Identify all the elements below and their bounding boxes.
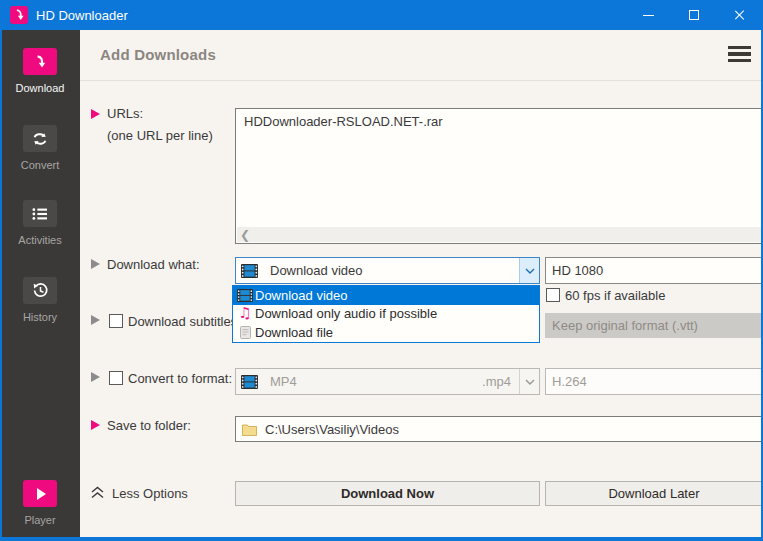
less-options-chevrons-icon xyxy=(90,486,105,502)
fps-label: 60 fps if available xyxy=(565,288,665,303)
sidebar-item-convert[interactable]: Convert xyxy=(0,125,80,171)
menu-hamburger-icon[interactable] xyxy=(728,46,751,62)
urls-horizontal-scrollbar[interactable]: ❮ xyxy=(237,227,761,242)
save-folder-bullet-icon xyxy=(91,420,100,430)
app-logo-icon xyxy=(10,6,28,24)
sidebar-item-label: Download xyxy=(0,82,80,94)
film-icon xyxy=(235,289,255,302)
download-what-dropdown-button[interactable] xyxy=(519,258,539,283)
subtitles-format-value: Keep original format (.vtt) xyxy=(552,318,698,333)
subtitles-bullet-icon xyxy=(91,315,100,325)
sidebar-item-label: Convert xyxy=(0,159,80,171)
fps-checkbox[interactable] xyxy=(546,288,560,302)
convert-format-dropdown-button xyxy=(519,369,539,394)
convert-format-combobox: MP4 .mp4 xyxy=(235,368,540,395)
download-what-label: Download what: xyxy=(107,257,200,272)
app-window: HD Downloader Download Convert Activitie… xyxy=(0,0,763,541)
download-what-combobox[interactable]: Download video xyxy=(235,257,540,284)
subtitles-format-field: Keep original format (.vtt) xyxy=(545,313,763,338)
convert-label: Convert to format: xyxy=(128,371,232,386)
activities-list-icon xyxy=(23,200,57,227)
download-now-label: Download Now xyxy=(341,486,434,501)
codec-value: H.264 xyxy=(552,374,587,389)
download-what-dropdown-list: Download video ♫ Download only audio if … xyxy=(232,285,540,343)
dropdown-option-audio[interactable]: ♫ Download only audio if possible xyxy=(233,305,539,324)
sidebar-item-label: Activities xyxy=(0,234,80,246)
file-icon xyxy=(235,326,255,339)
less-options-label[interactable]: Less Options xyxy=(112,486,188,501)
codec-field: H.264 xyxy=(545,368,763,395)
sidebar-item-history[interactable]: History xyxy=(0,277,80,323)
header-divider xyxy=(80,80,763,81)
sidebar-item-player[interactable]: Player xyxy=(0,480,80,526)
subtitles-label: Download subtitles: xyxy=(128,314,241,329)
save-folder-path: C:\Users\Vasiliy\Videos xyxy=(265,422,399,437)
film-icon xyxy=(241,264,258,278)
quality-field[interactable]: HD 1080 xyxy=(545,257,763,284)
urls-value: HDDownloader-RSLOAD.NET-.rar xyxy=(236,109,762,134)
download-what-selected: Download video xyxy=(264,263,519,278)
maximize-button[interactable] xyxy=(671,0,717,30)
minimize-icon xyxy=(643,15,654,16)
dropdown-option-file[interactable]: Download file xyxy=(233,323,539,342)
dropdown-option-video[interactable]: Download video xyxy=(233,286,539,305)
convert-checkbox[interactable] xyxy=(109,371,123,385)
window-title: HD Downloader xyxy=(36,8,128,23)
page-title: Add Downloads xyxy=(100,46,216,63)
urls-textarea[interactable]: HDDownloader-RSLOAD.NET-.rar ❮ xyxy=(235,108,763,244)
urls-label: URLs: xyxy=(107,106,143,121)
urls-sublabel: (one URL per line) xyxy=(107,128,213,143)
download-what-bullet-icon xyxy=(91,259,100,269)
player-play-icon xyxy=(23,480,57,507)
dropdown-option-label: Download file xyxy=(255,325,333,340)
quality-value: HD 1080 xyxy=(552,263,603,278)
film-icon xyxy=(241,375,258,389)
history-clock-icon xyxy=(23,277,57,304)
music-note-icon: ♫ xyxy=(235,306,255,321)
title-bar: HD Downloader xyxy=(0,0,763,30)
convert-icon xyxy=(23,125,57,152)
subtitles-checkbox[interactable] xyxy=(109,314,123,328)
dropdown-option-label: Download only audio if possible xyxy=(255,306,437,321)
close-button[interactable] xyxy=(717,0,763,30)
convert-bullet-icon xyxy=(91,372,100,382)
folder-icon xyxy=(242,423,257,436)
convert-format-ext: .mp4 xyxy=(482,374,519,389)
window-border-bottom xyxy=(0,537,763,541)
sidebar-item-label: Player xyxy=(0,514,80,526)
save-folder-field[interactable]: C:\Users\Vasiliy\Videos xyxy=(235,416,763,442)
minimize-button[interactable] xyxy=(625,0,671,30)
maximize-icon xyxy=(689,10,699,20)
download-now-button[interactable]: Download Now xyxy=(235,481,540,506)
dropdown-option-label: Download video xyxy=(255,288,348,303)
urls-bullet-icon xyxy=(91,109,100,119)
download-icon xyxy=(23,48,57,75)
close-icon xyxy=(734,9,746,21)
sidebar-item-activities[interactable]: Activities xyxy=(0,200,80,246)
sidebar: Download Convert Activities History Play… xyxy=(0,30,80,537)
download-later-button[interactable]: Download Later xyxy=(545,481,763,506)
scroll-left-icon[interactable]: ❮ xyxy=(237,228,253,242)
sidebar-item-download[interactable]: Download xyxy=(0,48,80,94)
download-later-label: Download Later xyxy=(608,486,699,501)
save-folder-label: Save to folder: xyxy=(107,418,191,433)
convert-format-value: MP4 xyxy=(264,374,482,389)
sidebar-item-label: History xyxy=(0,311,80,323)
